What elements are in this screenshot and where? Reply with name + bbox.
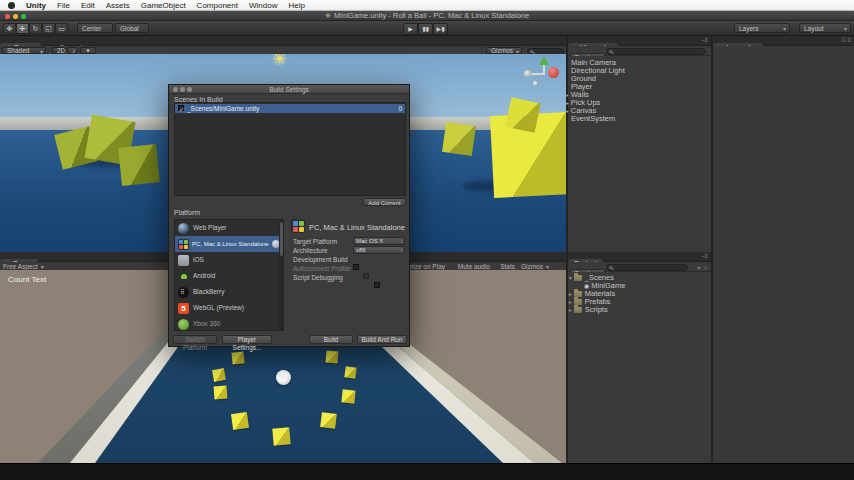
menu-window[interactable]: Window bbox=[249, 0, 277, 11]
panel-menu-icon[interactable]: ‒≡ bbox=[701, 37, 708, 43]
window-title-bar: ❖MiniGame.unity - Roll a Ball - PC, Mac … bbox=[0, 11, 854, 21]
architecture-dropdown[interactable]: x86↕ bbox=[353, 246, 405, 254]
layers-dropdown[interactable]: Layers▾ bbox=[734, 23, 790, 33]
z-axis-handle[interactable] bbox=[524, 70, 531, 77]
rotate-tool-button[interactable]: ↻ bbox=[29, 23, 42, 34]
menu-edit[interactable]: Edit bbox=[81, 0, 95, 11]
dialog-minimize-button[interactable] bbox=[180, 87, 185, 92]
minimize-window-button[interactable] bbox=[13, 14, 18, 19]
switch-platform-button: Switch Platform bbox=[173, 335, 217, 344]
hierarchy-search-input[interactable] bbox=[606, 48, 706, 55]
play-button[interactable]: ▶ bbox=[403, 23, 418, 35]
scenes-in-build-list[interactable]: _Scenes/MiniGame.unity 0 bbox=[174, 102, 406, 196]
inspector-tabbar: ⊙Inspector ⚿ ≡ bbox=[713, 36, 854, 46]
search-icon bbox=[609, 50, 612, 53]
scene-orientation-gizmo[interactable] bbox=[524, 56, 566, 94]
project-filter-icons[interactable]: ✦ ✧ bbox=[696, 264, 708, 271]
script-debugging-checkbox[interactable] bbox=[374, 282, 380, 288]
pan-tool-button[interactable]: ✥ bbox=[3, 23, 16, 34]
menu-component[interactable]: Component bbox=[197, 0, 238, 11]
expand-arrow-icon[interactable]: ▸ bbox=[569, 307, 572, 313]
standalone-platform-icon bbox=[178, 239, 189, 250]
platform-standalone[interactable]: PC, Mac & Linux Standalone bbox=[175, 236, 283, 252]
blackberry-platform-icon bbox=[178, 287, 189, 298]
playmode-controls: ▶ ▮▮ ▶▮ bbox=[403, 23, 448, 35]
dialog-title-bar[interactable]: Build Settings bbox=[169, 85, 409, 94]
platform-xbox360[interactable]: Xbox 360 bbox=[175, 316, 283, 332]
layout-dropdown[interactable]: Layout▾ bbox=[799, 23, 851, 33]
y-axis-arrow[interactable] bbox=[539, 56, 549, 65]
platform-android[interactable]: Android bbox=[175, 268, 283, 284]
development-build-checkbox[interactable] bbox=[353, 264, 359, 270]
scene-effects-dropdown[interactable]: ✦ bbox=[80, 47, 96, 54]
close-window-button[interactable] bbox=[5, 14, 10, 19]
scene-pickup-cube[interactable] bbox=[505, 97, 541, 133]
expand-arrow-icon[interactable]: ▸ bbox=[569, 291, 572, 297]
project-toolbar: Create ▾ ✦ ✧ bbox=[568, 262, 711, 272]
platform-list-scrollbar[interactable] bbox=[279, 220, 283, 330]
pickup-cube bbox=[344, 366, 356, 378]
scene-tabbar: ❖Scene ≣Console bbox=[0, 36, 567, 46]
scene-pickup-cube[interactable] bbox=[442, 122, 476, 156]
2d-toggle-button[interactable]: 2D bbox=[52, 47, 65, 54]
scale-tool-button[interactable]: ◱ bbox=[42, 23, 55, 34]
shading-mode-dropdown[interactable]: Shaded▾ bbox=[2, 47, 46, 54]
x-axis-handle[interactable] bbox=[548, 67, 559, 78]
platform-blackberry[interactable]: BlackBerry bbox=[175, 284, 283, 300]
build-button[interactable]: Build bbox=[309, 335, 353, 344]
build-and-run-button[interactable]: Build And Run bbox=[357, 335, 407, 344]
pickup-cube bbox=[212, 368, 226, 382]
project-folder-scripts[interactable]: ▸Scripts bbox=[569, 306, 608, 314]
expand-arrow-icon[interactable]: ▸ bbox=[566, 92, 569, 98]
scene-pickup-cube[interactable] bbox=[118, 144, 160, 186]
player-settings-button[interactable]: Player Settings... bbox=[222, 335, 272, 344]
hierarchy-item-eventsystem[interactable]: EventSystem bbox=[571, 115, 615, 123]
scene-audio-toggle[interactable]: ♪ bbox=[67, 47, 78, 54]
stats-toggle[interactable]: Stats bbox=[500, 263, 515, 270]
mute-audio-toggle[interactable]: Mute audio bbox=[458, 263, 490, 270]
global-local-toggle[interactable]: Global bbox=[115, 23, 149, 33]
target-platform-dropdown[interactable]: Mac OS X↕ bbox=[353, 237, 405, 245]
game-gizmos-dropdown[interactable]: Gizmos▾ bbox=[521, 263, 549, 270]
platform-webgl[interactable]: 5 WebGL (Preview) bbox=[175, 300, 283, 316]
expand-arrow-icon[interactable]: ▸ bbox=[569, 299, 572, 305]
add-current-button[interactable]: Add Current bbox=[363, 198, 406, 206]
web-player-icon bbox=[178, 223, 189, 234]
platform-list[interactable]: Web Player PC, Mac & Linux Standalone iO… bbox=[174, 219, 284, 331]
dialog-zoom-button[interactable] bbox=[187, 87, 192, 92]
player-ball bbox=[276, 370, 291, 385]
selected-platform-title: PC, Mac & Linux Standalone bbox=[309, 223, 405, 232]
apple-menu-icon[interactable] bbox=[8, 2, 15, 9]
hierarchy-panel: Main Camera Directional Light Ground Pla… bbox=[568, 56, 711, 252]
menu-file[interactable]: File bbox=[57, 0, 70, 11]
menu-unity[interactable]: Unity bbox=[26, 0, 46, 11]
rect-tool-button[interactable]: ▭ bbox=[55, 23, 68, 34]
hierarchy-toolbar: Create ▾ bbox=[568, 46, 711, 56]
pickup-cube bbox=[320, 412, 337, 429]
collapse-arrow-icon[interactable]: ▾ bbox=[569, 275, 572, 281]
scene-enabled-checkbox[interactable] bbox=[178, 105, 184, 111]
scrollbar-thumb[interactable] bbox=[280, 222, 283, 256]
pickup-cube bbox=[214, 386, 228, 400]
scene-list-item[interactable]: _Scenes/MiniGame.unity 0 bbox=[175, 104, 405, 113]
expand-arrow-icon[interactable]: ▸ bbox=[566, 100, 569, 106]
move-tool-button[interactable]: ✛ bbox=[16, 23, 29, 34]
platform-ios[interactable]: iOS bbox=[175, 252, 283, 268]
directional-light-gizmo[interactable]: ☀ bbox=[272, 54, 287, 70]
scene-gizmos-dropdown[interactable]: Gizmos▾ bbox=[486, 47, 522, 54]
zoom-window-button[interactable] bbox=[21, 14, 26, 19]
project-search-input[interactable] bbox=[606, 264, 688, 271]
menu-help[interactable]: Help bbox=[288, 0, 304, 11]
inspector-lock-icon[interactable]: ⚿ ≡ bbox=[841, 37, 851, 44]
pause-button[interactable]: ▮▮ bbox=[418, 23, 433, 35]
platform-web-player[interactable]: Web Player bbox=[175, 220, 283, 236]
macos-menu-bar: Unity File Edit Assets GameObject Compon… bbox=[0, 0, 854, 11]
menu-assets[interactable]: Assets bbox=[106, 0, 130, 11]
menu-gameobject[interactable]: GameObject bbox=[141, 0, 186, 11]
dialog-close-button[interactable] bbox=[173, 87, 178, 92]
expand-arrow-icon[interactable]: ▸ bbox=[566, 108, 569, 114]
pivot-center-toggle[interactable]: Center bbox=[77, 23, 113, 33]
aspect-ratio-dropdown[interactable]: Free Aspect▾ bbox=[3, 263, 44, 270]
step-button[interactable]: ▶▮ bbox=[433, 23, 448, 35]
panel-menu-icon[interactable]: ‒≡ bbox=[701, 253, 708, 259]
